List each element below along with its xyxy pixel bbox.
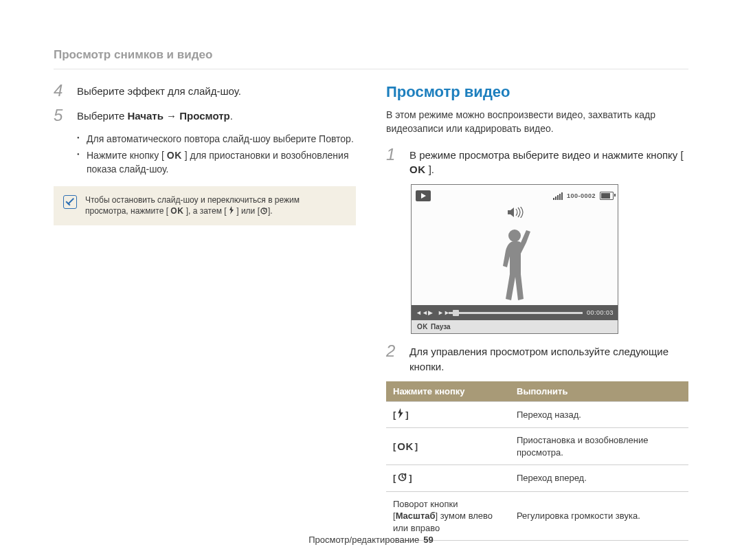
step-text: Для управления просмотром используйте сл… — [409, 342, 688, 374]
timer-icon — [397, 471, 407, 485]
ok-icon: OK — [167, 148, 182, 162]
preview-topbar: 100-0002 — [416, 189, 614, 203]
cell-button: Поворот кнопки [Масштаб] зумом влево или… — [386, 491, 510, 541]
video-preview: 100-0002 ◄◄ ▶ — [411, 184, 618, 334]
cell-button: OK — [386, 428, 510, 465]
page-number: 59 — [423, 535, 433, 545]
ok-bracket: OK — [393, 440, 418, 453]
right-column: Просмотр видео В этом режиме можно воспр… — [386, 82, 688, 541]
page: Просмотр снимков и видео 4 Выберите эффе… — [0, 0, 742, 560]
ok-icon: OK — [397, 440, 414, 453]
cell-action: Регулировка громкости звука. — [510, 491, 688, 541]
bullet-2: Нажмите кнопку [ OK ] для приостановки и… — [77, 148, 356, 177]
note-line2: просмотра, нажмите [ OK ], а затем [ ] и… — [85, 205, 300, 217]
file-counter: 100-0002 — [567, 192, 596, 199]
step-5: 5 Выберите Начать → Просмотр. — [54, 107, 356, 124]
step-text: Выберите Начать → Просмотр. — [77, 107, 233, 124]
intro-text: В этом режиме можно воспроизвести видео,… — [386, 108, 688, 136]
nl2b: ], а затем [ — [183, 206, 229, 216]
caption-text: Пауза — [431, 323, 451, 331]
b1-prefix: Для автоматического повтора слайд-шоу вы… — [87, 133, 319, 144]
rewind-icon: ◄◄ — [416, 309, 423, 316]
cell-action: Переход вперед. — [510, 465, 688, 492]
footer-label: Просмотр/редактирование — [308, 535, 419, 545]
step5-prefix: Выберите — [77, 110, 127, 122]
step-number: 5 — [54, 107, 67, 124]
step5-suffix: . — [230, 110, 233, 122]
preview-top-right: 100-0002 — [553, 192, 614, 200]
controls-table: Нажмите кнопку Выполнить Переход назад. … — [386, 381, 688, 541]
b2-prefix: Нажмите кнопку [ — [87, 150, 167, 161]
step-2: 2 Для управления просмотром используйте … — [386, 342, 688, 374]
battery-icon — [600, 192, 614, 200]
person-silhouette-icon — [491, 226, 539, 304]
preview-caption: OK Пауза — [412, 320, 618, 333]
columns: 4 Выберите эффект для слайд-шоу. 5 Выбер… — [54, 82, 688, 541]
step-number: 4 — [54, 82, 67, 100]
table-row: Переход вперед. — [386, 465, 688, 492]
progress-bar: ◄◄ ▶ ►► 00:00:03 — [412, 305, 618, 320]
timer-bracket — [393, 471, 412, 485]
play-icon: ▶ — [427, 309, 434, 316]
flash-icon — [229, 206, 234, 217]
flash-bracket — [393, 408, 409, 422]
forward-icon: ►► — [438, 309, 445, 316]
progress-track — [449, 312, 583, 314]
th-action: Выполнить — [510, 381, 688, 402]
table-row: Поворот кнопки [Масштаб] зумом влево или… — [386, 491, 688, 541]
svg-point-1 — [508, 229, 521, 242]
table-row: Переход назад. — [386, 401, 688, 428]
step-4: 4 Выберите эффект для слайд-шоу. — [54, 82, 356, 100]
note-box: Чтобы остановить слайд-шоу и переключить… — [54, 186, 356, 225]
s1a: В режиме просмотра выберите видео и нажм… — [409, 149, 684, 161]
speaker-icon — [508, 207, 521, 216]
flash-icon — [397, 408, 404, 422]
nl2d: ]. — [268, 206, 273, 216]
th-button: Нажмите кнопку — [386, 381, 510, 402]
step-text: В режиме просмотра выберите видео и нажм… — [409, 146, 688, 178]
cell-action: Переход назад. — [510, 401, 688, 428]
play-badge-icon — [416, 190, 431, 201]
cell-button — [386, 401, 510, 428]
nl2a: просмотра, нажмите [ — [85, 206, 170, 216]
step5-bold: Начать → Просмотр — [127, 110, 229, 122]
note-icon — [63, 195, 77, 209]
timer-icon — [260, 206, 268, 217]
step-number: 1 — [386, 146, 400, 178]
b1-bold: Повтор — [319, 133, 351, 144]
note-line1: Чтобы остановить слайд-шоу и переключить… — [85, 194, 300, 205]
b1-suffix: . — [351, 133, 354, 144]
breadcrumb: Просмотр снимков и видео — [54, 48, 688, 69]
left-column: 4 Выберите эффект для слайд-шоу. 5 Выбер… — [54, 82, 356, 541]
step-text: Выберите эффект для слайд-шоу. — [77, 82, 241, 100]
elapsed-time: 00:00:03 — [587, 309, 614, 316]
bullet-1: Для автоматического повтора слайд-шоу вы… — [77, 132, 356, 146]
table-row: OK Приостановка и возобновление просмотр… — [386, 428, 688, 465]
footer: Просмотр/редактирование59 — [0, 535, 742, 545]
step-number: 2 — [386, 342, 400, 374]
nl2c: ] или [ — [234, 206, 260, 216]
ok-icon: OK — [170, 205, 183, 216]
note-text: Чтобы остановить слайд-шоу и переключить… — [85, 194, 300, 217]
ok-icon: OK — [417, 323, 428, 331]
step-1: 1 В режиме просмотра выберите видео и на… — [386, 146, 688, 178]
ok-icon: OK — [409, 162, 426, 177]
cell-action: Приостановка и возобновление просмотра. — [510, 428, 688, 465]
s1b: ]. — [426, 164, 435, 175]
bullet-list: Для автоматического повтора слайд-шоу вы… — [54, 132, 356, 177]
section-heading: Просмотр видео — [386, 83, 688, 101]
cell-button — [386, 465, 510, 492]
signal-icon — [553, 192, 563, 200]
r4bold: Масштаб — [396, 511, 436, 521]
